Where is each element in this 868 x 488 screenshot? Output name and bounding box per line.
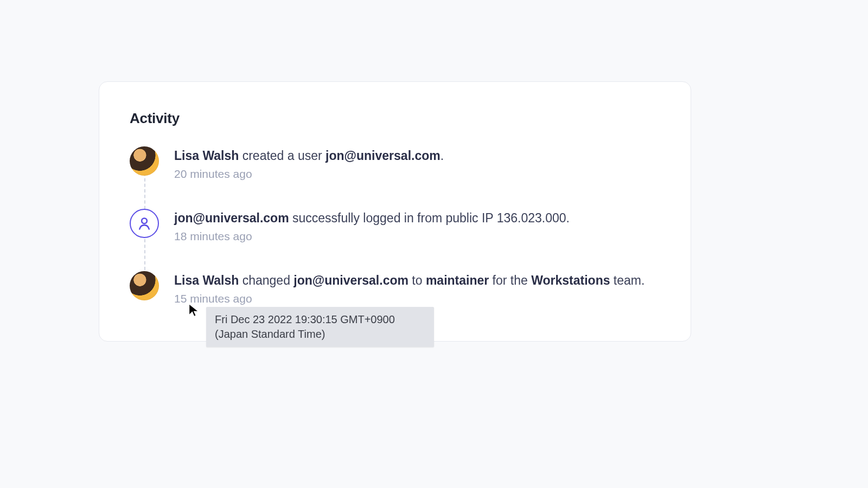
- relative-time[interactable]: 18 minutes ago: [174, 230, 660, 243]
- role-name: maintainer: [426, 273, 489, 287]
- activity-body: jon@universal.com successfully logged in…: [174, 209, 660, 243]
- activity-message: Lisa Walsh changed jon@universal.com to …: [174, 272, 660, 289]
- msg-text: for the: [489, 273, 531, 287]
- activity-body: Lisa Walsh changed jon@universal.com to …: [174, 271, 660, 305]
- activity-body: Lisa Walsh created a user jon@universal.…: [174, 146, 660, 181]
- relative-time[interactable]: 15 minutes ago: [174, 292, 660, 305]
- msg-text: changed: [239, 273, 293, 287]
- activity-message: Lisa Walsh created a user jon@universal.…: [174, 147, 660, 164]
- activity-message: jon@universal.com successfully logged in…: [174, 210, 660, 227]
- avatar: [130, 271, 159, 300]
- svg-point-0: [142, 218, 147, 223]
- timestamp-tooltip: Fri Dec 23 2022 19:30:15 GMT+0900 (Japan…: [206, 307, 434, 347]
- actor-name: jon@universal.com: [174, 211, 289, 225]
- activity-panel: Activity Lisa Walsh created a user jon@u…: [99, 81, 691, 342]
- msg-text: team.: [610, 273, 644, 287]
- activity-item: Lisa Walsh changed jon@universal.com to …: [130, 271, 660, 305]
- avatar: [130, 146, 159, 176]
- team-name: Workstations: [531, 273, 610, 287]
- msg-text: .: [441, 149, 444, 163]
- msg-text: to: [409, 273, 426, 287]
- cursor-icon: [187, 303, 202, 318]
- object-name: jon@universal.com: [293, 273, 409, 287]
- actor-name: Lisa Walsh: [174, 273, 239, 287]
- user-icon: [130, 209, 159, 238]
- msg-text: successfully logged in from public IP 13…: [289, 211, 570, 225]
- activity-feed: Lisa Walsh created a user jon@universal.…: [130, 146, 660, 305]
- activity-item: Lisa Walsh created a user jon@universal.…: [130, 146, 660, 181]
- activity-item: jon@universal.com successfully logged in…: [130, 209, 660, 243]
- actor-name: Lisa Walsh: [174, 149, 239, 163]
- object-name: jon@universal.com: [326, 149, 441, 163]
- msg-text: created a user: [239, 149, 326, 163]
- panel-title: Activity: [130, 110, 660, 127]
- relative-time[interactable]: 20 minutes ago: [174, 168, 660, 181]
